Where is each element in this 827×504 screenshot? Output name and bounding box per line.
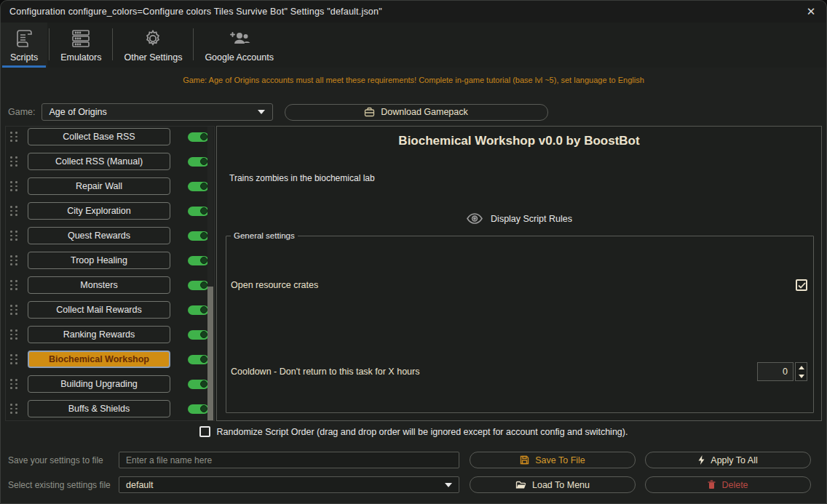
script-button[interactable]: Troop Healing [28, 252, 170, 269]
drag-handle-icon[interactable] [10, 206, 20, 216]
script-enabled-toggle[interactable] [188, 207, 209, 216]
file-name-input[interactable] [119, 452, 459, 468]
script-description: Trains zombies in the biochemical lab [229, 173, 375, 183]
script-enabled-toggle[interactable] [188, 256, 209, 265]
open-resource-crates-label: Open resource crates [231, 280, 318, 290]
script-row: Collect RSS (Manual) [6, 153, 214, 170]
drag-handle-icon[interactable] [10, 305, 20, 315]
script-enabled-toggle[interactable] [188, 281, 209, 290]
script-enabled-toggle[interactable] [188, 380, 209, 389]
game-select[interactable]: Age of Origins [41, 103, 273, 121]
script-button[interactable]: Ranking Rewards [28, 326, 170, 343]
select-settings-row: Select existing settings file default Lo… [8, 476, 819, 493]
chevron-down-icon [258, 110, 265, 114]
drag-handle-icon[interactable] [10, 181, 20, 191]
script-enabled-toggle[interactable] [188, 355, 209, 364]
script-row: Repair Wall [6, 177, 214, 195]
save-to-file-button[interactable]: Save To File [470, 452, 636, 468]
drag-handle-icon[interactable] [10, 280, 20, 290]
drag-handle-icon[interactable] [10, 404, 20, 414]
tab-label: Emulators [60, 52, 101, 63]
script-enabled-toggle[interactable] [188, 157, 209, 167]
drag-handle-icon[interactable] [10, 132, 20, 142]
script-row: Troop Healing [6, 252, 214, 269]
tab-other-settings[interactable]: Other Settings [114, 23, 191, 68]
script-settings-panel: Biochemical Workshop v0.0 by BoostBot Tr… [216, 126, 822, 421]
save-settings-row: Save your settings to file Save To File … [8, 452, 819, 468]
script-button[interactable]: Quest Rewards [28, 227, 170, 244]
game-select-value: Age of Origins [50, 107, 107, 117]
trash-icon [708, 480, 716, 489]
scrollbar-thumb[interactable] [207, 287, 213, 421]
settings-file-value: default [126, 480, 154, 490]
script-list: Collect Base RSS Collect RSS (Manual) Re… [5, 126, 215, 421]
spinner-up-icon[interactable] [796, 363, 807, 372]
apply-to-all-label: Apply To All [711, 455, 757, 465]
script-row: City Exploration [6, 202, 214, 220]
cooldown-label: Cooldown - Don't return to this task for… [231, 367, 419, 377]
checkmark-icon [798, 282, 806, 289]
briefcase-icon [364, 107, 375, 117]
drag-handle-icon[interactable] [10, 255, 20, 265]
title-bar: Configuration configure_colors=Configure… [1, 1, 826, 23]
settings-file-select[interactable]: default [119, 476, 459, 493]
script-button[interactable]: Monsters [28, 276, 170, 294]
spinner-down-icon[interactable] [796, 372, 807, 380]
randomize-checkbox[interactable] [199, 426, 210, 437]
randomize-label: Randomize Script Order (drag and drop or… [217, 427, 628, 437]
load-to-menu-label: Load To Menu [532, 480, 590, 490]
script-title: Biochemical Workshop v0.0 by BoostBot [217, 134, 821, 148]
cooldown-spinner[interactable] [795, 362, 807, 381]
save-to-file-label: Save To File [535, 455, 585, 465]
download-gamepack-button[interactable]: Download Gamepack [285, 104, 548, 121]
drag-handle-icon[interactable] [10, 156, 20, 167]
script-enabled-toggle[interactable] [188, 305, 209, 315]
window-title: Configuration configure_colors=Configure… [9, 7, 382, 17]
script-button[interactable]: Biochemical Workshop [28, 351, 170, 368]
tab-emulators[interactable]: Emulators [51, 23, 111, 68]
script-row: Building Upgrading [6, 375, 214, 393]
tab-divider [49, 28, 50, 60]
save-settings-label: Save your settings to file [8, 455, 119, 465]
tab-label: Other Settings [124, 52, 182, 63]
script-enabled-toggle[interactable] [188, 132, 209, 142]
script-button[interactable]: Collect Mail Rewards [28, 301, 170, 319]
tab-scripts[interactable]: Scripts [1, 23, 47, 68]
script-button[interactable]: Repair Wall [28, 177, 170, 195]
cooldown-input[interactable] [757, 362, 794, 381]
drag-handle-icon[interactable] [10, 329, 20, 340]
close-icon[interactable]: ✕ [796, 1, 826, 23]
download-gamepack-label: Download Gamepack [381, 107, 468, 117]
general-settings-group: General settings Open resource crates Co… [226, 231, 814, 413]
script-row: Collect Base RSS [6, 128, 214, 145]
script-enabled-toggle[interactable] [188, 404, 209, 414]
script-enabled-toggle[interactable] [188, 182, 209, 191]
script-row: Ranking Rewards [6, 326, 214, 343]
script-button[interactable]: Buffs & Shields [28, 400, 170, 417]
script-enabled-toggle[interactable] [188, 330, 209, 340]
general-settings-legend: General settings [231, 231, 298, 240]
script-row: Buffs & Shields [6, 400, 214, 417]
load-to-menu-button[interactable]: Load To Menu [470, 476, 636, 493]
tab-label: Scripts [10, 52, 38, 63]
script-button[interactable]: City Exploration [28, 202, 170, 220]
cooldown-row: Cooldown - Don't return to this task for… [231, 362, 807, 381]
script-row: Biochemical Workshop [6, 351, 214, 368]
lightning-icon [698, 455, 705, 465]
chevron-down-icon [445, 483, 452, 487]
apply-to-all-button[interactable]: Apply To All [645, 452, 811, 468]
script-button[interactable]: Building Upgrading [28, 375, 170, 393]
script-enabled-toggle[interactable] [188, 231, 209, 241]
script-button[interactable]: Collect RSS (Manual) [28, 153, 170, 170]
script-button[interactable]: Collect Base RSS [28, 128, 170, 145]
delete-button[interactable]: Delete [645, 476, 811, 493]
drag-handle-icon[interactable] [10, 354, 20, 364]
scrollbar[interactable] [207, 127, 213, 420]
drag-handle-icon[interactable] [10, 231, 20, 241]
select-settings-label: Select existing settings file [8, 480, 119, 490]
display-script-rules[interactable]: Display Script Rules [217, 212, 821, 225]
drag-handle-icon[interactable] [10, 379, 20, 389]
person-add-icon [227, 27, 252, 50]
tab-google-accounts[interactable]: Google Accounts [195, 23, 283, 68]
open-resource-crates-checkbox[interactable] [796, 279, 807, 291]
